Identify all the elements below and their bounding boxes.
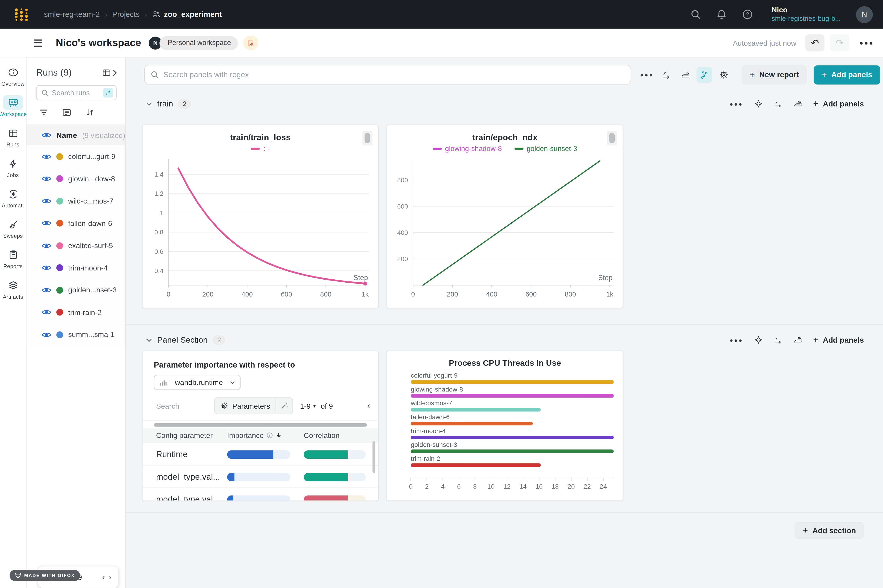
col-correlation[interactable]: Correlation [304,431,340,439]
regex-toggle[interactable]: .* [103,88,113,98]
search-runs-input[interactable]: Search runs .* [36,85,117,100]
legend-item[interactable]: golden-sunset-3 [514,145,577,153]
run-list-item[interactable]: trim-moon-4 [27,257,125,279]
eye-visibility-icon[interactable] [42,198,51,204]
panel-drag-handle[interactable] [362,130,372,145]
sparkle-icon[interactable] [754,99,763,108]
breadcrumb-project[interactable]: zoo_experiment [152,10,222,18]
undo-button[interactable]: ↶ [805,34,825,51]
collapse-section-chevron-icon[interactable] [146,338,152,342]
bookmark-clear-button[interactable] [243,35,258,50]
eye-visibility-icon[interactable] [42,153,51,160]
sidebar-item-artifacts[interactable]: Artifacts [0,278,26,300]
table-row[interactable]: model_type.val... [142,488,378,501]
parameters-button[interactable]: Parameters [214,397,293,414]
smoothing-iron-icon[interactable] [793,99,802,108]
col-config-parameter[interactable]: Config parameter [156,431,213,439]
legend-item[interactable]: glowing-shadow-8 [433,145,502,153]
x-axis-settings-icon[interactable]: x [774,99,783,108]
sidebar-item-reports[interactable]: Reports [0,248,26,269]
vertical-scrollbar[interactable] [373,441,375,473]
help-icon[interactable]: ? [742,9,753,20]
line-chart-train-loss: 0.40.60.811.21.402004006008001kStep [142,154,378,305]
sidebar-item-workspace[interactable]: Workspace [0,95,26,117]
sidebar-item-runs[interactable]: Runs [0,126,26,148]
run-list-item[interactable]: summ...sma-1 [27,324,125,346]
importance-page-range-dropdown[interactable]: 1-9▼ [300,402,317,410]
panel-drag-handle[interactable] [607,130,617,145]
run-list-item[interactable]: exalted-surf-5 [27,234,125,256]
notifications-bell-icon[interactable] [717,9,727,20]
section-add-panels-button[interactable]: + Add panels [813,99,864,109]
table-row[interactable]: model_type.val... [142,465,378,488]
workspace-overflow-menu[interactable]: ●●● [859,39,874,46]
expand-runs-chevron-icon[interactable] [112,69,117,76]
run-list-item[interactable]: golden...nset-3 [27,279,125,301]
section-title[interactable]: train [157,99,173,108]
importance-prev-page-chevron[interactable]: ‹ [367,400,370,411]
breadcrumb-projects[interactable]: Projects [112,10,139,18]
section-title[interactable]: Panel Section [157,335,208,344]
eye-visibility-icon[interactable] [42,220,51,227]
legend-item[interactable]: : - [251,145,270,153]
importance-search-input[interactable]: Search [156,402,179,410]
eye-visibility-icon[interactable] [42,309,51,316]
redo-button[interactable]: ↷ [830,34,849,51]
runs-table-toggle-icon[interactable] [102,68,111,77]
section-add-panels-button[interactable]: + Add panels [813,335,864,345]
group-list-icon[interactable] [62,108,72,117]
sort-icon[interactable] [85,108,95,117]
x-axis-settings-icon[interactable]: x [774,335,783,344]
search-panels-input[interactable]: Search panels with regex [144,65,631,84]
run-list-item[interactable]: fallen-dawn-6 [27,212,125,234]
run-list-item[interactable]: colorfu...gurt-9 [27,146,125,168]
user-menu[interactable]: Nico smle-registries-bug-b... [772,6,841,23]
panel-parameter-importance[interactable]: Parameter importance with respect to _wa… [142,351,379,501]
metric-select-dropdown[interactable]: _wandb.runtime [154,375,241,390]
add-panels-button[interactable]: + Add panels [814,65,880,84]
section-overflow-menu[interactable]: ●●● [730,337,743,343]
wandb-logo-icon[interactable] [13,7,29,22]
sparkle-icon[interactable] [754,335,763,344]
section-overflow-menu[interactable]: ●●● [730,100,743,106]
next-page-button[interactable]: › [108,572,111,582]
col-importance[interactable]: Importance [227,431,282,439]
eye-visibility-icon[interactable] [42,287,51,294]
bar-chart-icon [159,379,167,386]
eye-visibility-icon[interactable] [42,242,51,249]
panel-epoch-ndx[interactable]: train/epoch_ndx glowing-shadow-8golden-s… [387,124,623,308]
eye-icon[interactable] [42,132,51,139]
sidebar-item-jobs[interactable]: Jobs [0,156,26,178]
sidebar-item-sweeps[interactable]: Sweeps [0,217,26,239]
x-axis-settings-icon[interactable]: x [658,67,674,82]
prev-page-button[interactable]: ‹ [102,572,105,582]
panels-overflow-menu[interactable]: ●●● [639,67,655,82]
run-list-item[interactable]: trim-rain-2 [27,301,125,324]
breadcrumb-team[interactable]: smle-reg-team-2 [44,10,100,18]
eye-visibility-icon[interactable] [42,176,51,182]
panel-train-loss[interactable]: train/train_loss : - 0.40.60.811.21.4020… [142,124,379,308]
collapse-section-chevron-icon[interactable] [146,102,152,105]
sidebar-item-overview[interactable]: Overview [0,65,26,87]
search-icon[interactable] [690,9,701,20]
smoothing-iron-icon[interactable] [793,335,802,344]
outliers-scatter-icon[interactable] [696,67,712,82]
eye-visibility-icon[interactable] [42,264,51,272]
collapse-sidebar-icon[interactable] [34,39,42,46]
avatar[interactable]: N [856,6,873,23]
horizontal-scrollbar[interactable] [154,423,367,427]
sidebar-item-automat[interactable]: Automat. [0,187,26,208]
filter-icon[interactable] [39,108,48,117]
new-report-button[interactable]: + New report [742,65,807,84]
run-list-item[interactable]: glowin...dow-8 [27,168,125,190]
eye-visibility-icon[interactable] [42,331,51,338]
add-section-button[interactable]: + Add section [795,522,864,539]
workspace-type-pill[interactable]: Personal workspace [160,36,238,50]
settings-gear-icon[interactable] [715,67,732,82]
user-team-link[interactable]: smle-registries-bug-b... [772,15,841,23]
magic-wand-button[interactable] [276,398,292,414]
table-row[interactable]: Runtime [142,442,378,465]
run-list-item[interactable]: wild-c...mos-7 [27,190,125,212]
panel-cpu-threads[interactable]: Process CPU Threads In Use colorful-yogu… [387,351,623,501]
smoothing-iron-icon[interactable] [678,67,693,82]
